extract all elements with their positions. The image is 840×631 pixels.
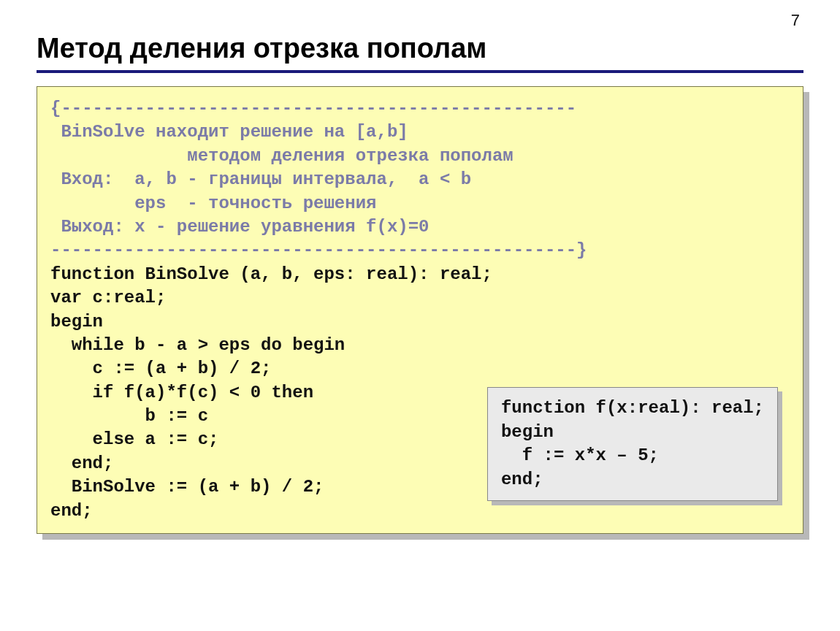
inset-code-block: function f(x:real): real; begin f := x*x… — [487, 387, 778, 501]
comment-line: методом деления отрезка пополам — [50, 146, 513, 166]
code-line: c := (a + b) / 2; — [50, 359, 271, 378]
comment-line: Выход: x - решение уравнения f(x)=0 — [50, 217, 429, 237]
comment-line: BinSolve находит решение на [a,b] — [50, 122, 408, 142]
code-line: end; — [501, 470, 543, 489]
code-line: begin — [501, 422, 554, 442]
page-number: 7 — [791, 11, 800, 30]
code-line: if f(a)*f(c) < 0 then — [50, 383, 313, 402]
code-line: f := x*x – 5; — [501, 445, 659, 465]
comment-line: eps - точность решения — [50, 194, 376, 213]
code-line: begin — [50, 312, 103, 332]
code-line: end; — [50, 501, 93, 521]
slide-title: Метод деления отрезка пополам — [37, 33, 803, 64]
title-underline — [37, 70, 803, 73]
code-line: end; — [50, 454, 113, 473]
code-line: while b - a > eps do begin — [50, 335, 345, 355]
code-line: var c:real; — [50, 288, 166, 307]
code-line: b := c — [50, 406, 208, 426]
comment-line: Вход: a, b - границы интервала, a < b — [50, 169, 471, 189]
comment-line: {---------------------------------------… — [50, 99, 576, 118]
code-line: BinSolve := (a + b) / 2; — [50, 477, 324, 497]
slide: 7 Метод деления отрезка пополам {-------… — [0, 0, 840, 631]
comment-line: ----------------------------------------… — [50, 240, 587, 260]
code-line: function BinSolve (a, b, eps: real): rea… — [50, 264, 492, 284]
code-line: function f(x:real): real; — [501, 398, 764, 418]
inset-code-wrapper: function f(x:real): real; begin f := x*x… — [487, 387, 778, 501]
code-line: else a := c; — [50, 429, 218, 449]
main-code-wrapper: {---------------------------------------… — [37, 86, 803, 534]
